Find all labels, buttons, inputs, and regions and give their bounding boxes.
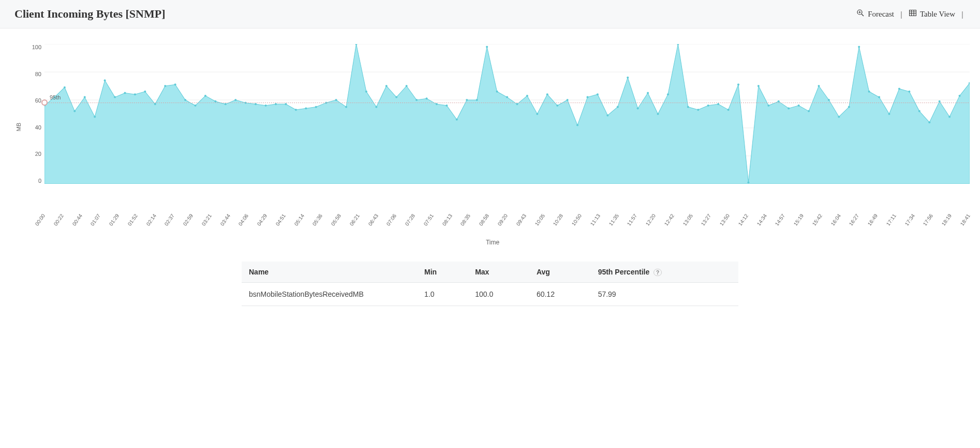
x-tick: 07:06 [385,213,397,227]
chart-plot[interactable]: 95th [44,44,970,184]
svg-point-60 [496,91,498,93]
x-tick: 16:27 [848,213,860,227]
x-axis-ticks: 00:0000:2200:4401:0701:2901:5202:1402:37… [41,210,970,235]
svg-point-46 [355,44,357,45]
x-tick: 17:34 [903,213,915,227]
svg-point-81 [707,105,709,107]
cell-min: 1.0 [417,283,468,306]
svg-point-100 [898,88,900,90]
x-tick: 00:44 [71,213,83,227]
svg-point-68 [576,124,578,126]
svg-point-56 [456,119,458,121]
svg-point-58 [476,99,478,101]
svg-point-74 [637,107,639,109]
x-tick: 10:28 [552,213,564,227]
svg-point-75 [647,92,649,94]
svg-point-33 [225,103,227,105]
x-tick: 16:04 [829,213,841,227]
svg-point-38 [275,103,277,105]
col-p95-label: 95th Percentile [598,268,650,276]
svg-point-73 [627,77,629,79]
x-tick: 14:57 [774,213,786,227]
y-tick: 20 [35,151,41,157]
cell-max: 100.0 [468,283,529,306]
svg-point-53 [426,97,428,99]
x-tick: 11:13 [589,213,601,227]
x-tick: 17:56 [922,213,934,227]
svg-point-31 [204,95,206,97]
svg-point-40 [295,109,297,111]
separator: | [959,10,966,19]
x-tick: 12:42 [663,213,675,227]
svg-point-82 [717,103,719,105]
x-tick: 02:14 [145,213,157,227]
x-tick: 18:19 [941,213,953,227]
svg-point-47 [365,91,367,93]
svg-point-52 [415,99,418,101]
x-tick: 05:58 [330,213,342,227]
y-tick: 100 [32,44,41,50]
svg-point-65 [546,93,548,95]
svg-point-102 [918,110,920,112]
stats-table: Name Min Max Avg 95th Percentile ? bsnMo… [242,262,738,306]
help-icon[interactable]: ? [654,269,662,276]
x-tick: 01:52 [126,213,138,227]
x-tick: 08:35 [459,213,471,227]
svg-point-55 [446,105,448,107]
x-tick: 01:07 [90,213,101,227]
x-tick: 15:42 [811,213,823,227]
svg-line-1 [862,14,864,16]
forecast-button[interactable]: Forecast [856,9,894,19]
cell-name: bsnMobileStationBytesReceivedMB [242,283,417,306]
y-axis-label: MB [16,123,22,132]
svg-point-48 [375,106,377,108]
svg-point-39 [285,103,287,105]
x-tick: 02:59 [182,213,194,227]
svg-point-27 [164,85,166,87]
x-tick: 03:44 [219,213,231,227]
col-p95: 95th Percentile ? [591,262,738,283]
svg-point-17 [64,86,66,89]
svg-point-25 [144,91,146,93]
x-tick: 07:51 [423,213,435,227]
svg-point-32 [214,100,216,103]
svg-point-50 [395,96,397,98]
x-tick: 00:00 [34,213,46,227]
svg-point-106 [959,95,961,97]
svg-point-34 [234,99,236,101]
svg-point-36 [255,103,257,105]
svg-point-41 [305,107,307,109]
svg-point-44 [335,99,337,101]
x-tick: 01:29 [108,213,120,227]
svg-point-70 [597,93,599,95]
svg-point-104 [939,100,941,103]
svg-point-85 [747,181,749,183]
svg-point-88 [778,100,780,103]
svg-point-21 [104,79,106,81]
table-view-button[interactable]: Table View [909,9,955,19]
svg-point-24 [134,93,136,95]
y-axis-ticks: 100806040200 [24,44,44,184]
svg-point-69 [586,96,588,98]
svg-point-18 [73,110,76,112]
x-tick: 13:05 [681,213,693,227]
svg-point-93 [828,99,830,101]
x-tick: 04:29 [256,213,268,227]
x-tick: 09:20 [497,213,509,227]
svg-point-103 [928,121,930,123]
x-tick: 03:21 [200,213,212,227]
svg-point-66 [556,105,558,107]
x-tick: 12:20 [645,213,657,227]
svg-point-92 [818,85,820,87]
svg-point-83 [727,109,730,111]
cell-p95: 57.99 [591,283,738,306]
header-actions: Forecast | Table View | [856,9,966,19]
table-view-label: Table View [920,10,955,19]
col-avg: Avg [529,262,591,283]
x-tick: 14:34 [755,213,767,227]
y-tick: 60 [35,97,41,104]
svg-point-37 [265,105,267,107]
x-tick: 18:41 [959,213,971,227]
x-tick: 08:13 [441,213,453,227]
x-tick: 06:21 [349,213,361,227]
